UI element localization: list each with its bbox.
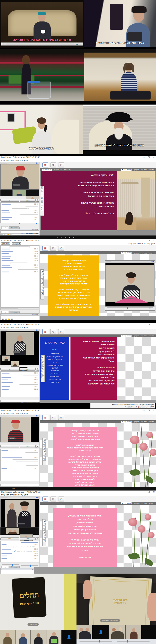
window3-menubar[interactable]: קובץ עריכה הצג כלים חלון עזרה xyxy=(0,326,156,329)
laser-tool-icon[interactable]: ✸ xyxy=(41,189,43,192)
tab-room[interactable]: חדר xyxy=(1,566,8,568)
page-icon[interactable]: ▢ xyxy=(5,234,7,235)
video-button-w4[interactable]: וידאו xyxy=(20,445,36,448)
chat-panel-w5[interactable]: 11:54 - ( devori sudakevitz #2 (1:54) הצ… xyxy=(1,541,39,562)
panel-tabs-w2[interactable]: חדר 👤מנחים xyxy=(1,310,39,314)
pen-tool-icon[interactable]: ✎ xyxy=(41,192,43,194)
chat-panel-w2[interactable]: - ( ) 11:48 11:48 11:49 11:49 11:49 11:4… xyxy=(1,245,39,308)
maximize-icon[interactable]: ❐ xyxy=(148,240,149,242)
line-tool-icon[interactable]: ╱ xyxy=(41,203,43,206)
taskbar-app-icon[interactable] xyxy=(73,237,74,238)
whiteboard-toolbar-w2[interactable]: דף חדש נקה דף מחק דף התאם דף▾ xyxy=(40,251,156,254)
filmstrip-right[interactable]: 👤 xyxy=(76,625,156,639)
video-button-w3[interactable]: וידאו xyxy=(20,368,36,370)
tool-palette-w5[interactable]: ▣✸✎A▩▭╱♟ xyxy=(42,519,46,546)
window2-titlebar[interactable]: Blackboard Collaborate - RALLY: CLASS 2 … xyxy=(0,239,156,242)
whiteboard-tab-icon[interactable]: ▦ xyxy=(42,162,48,168)
window4-menubar[interactable]: קובץ עריכה הצג כלים חלון עזרה xyxy=(0,412,156,414)
talk-button-w1[interactable]: דבר xyxy=(1,199,19,202)
teacher-row-w1[interactable]: המורה רחלי בלוי מנחה xyxy=(1,230,39,234)
tab-moderators[interactable]: 👤מנחים xyxy=(9,311,20,314)
shape-tool-icon[interactable]: ▭ xyxy=(41,200,43,203)
stamp-tool-icon[interactable]: ♟ xyxy=(41,206,43,208)
chat-panel-w4[interactable]: 11:53 11:53 11:53 xyxy=(1,449,39,481)
tool-palette-w2[interactable]: ▣✸✎A▩▭╱♟⚑ xyxy=(40,270,44,300)
taskbar-strip[interactable] xyxy=(0,236,156,239)
taskbar-app-icon[interactable] xyxy=(65,237,66,238)
chat-scrollbar-w2[interactable] xyxy=(1,308,39,310)
whiteboard-toolbar-w1[interactable]: דף חדש נקה דף מחק דף התאם דף▾ ▾Slide 29 … xyxy=(40,168,156,171)
tool-palette-w1[interactable]: ▣ ✸ ✎ A ▩ ▭ ╱ ♟ ⚑ xyxy=(40,186,44,216)
close-icon[interactable]: ✕ xyxy=(153,156,155,158)
fit-page-dropdown[interactable]: התאם דף▾ xyxy=(121,168,132,171)
video-player-bar[interactable]: ⏸ 🔈 ⛶ xyxy=(1,42,83,46)
app-share-tab-icon[interactable]: ⧉ xyxy=(50,162,56,168)
timer-tab-icon[interactable]: ◷ xyxy=(58,162,64,168)
video-slider[interactable] xyxy=(107,308,153,308)
tool-palette-w3[interactable]: ▣✸✎A▩▭╱♟ xyxy=(41,355,45,382)
camera-options-button[interactable]: ⚲ xyxy=(36,368,39,370)
delete-page-button[interactable]: מחק דף xyxy=(134,169,139,171)
taskbar-app-icon[interactable] xyxy=(69,237,70,238)
follow-checkbox[interactable]: ☑ xyxy=(60,169,62,171)
whiteboard-toolbar-w4[interactable]: דף חדשנקה דףמחק דף התאם דף▾ xyxy=(40,420,156,423)
zoom-icon[interactable]: ⊕ xyxy=(2,234,4,235)
window4-titlebar[interactable]: Blackboard Collaborate - RALLY: CLASS 2 … xyxy=(0,409,156,412)
new-page-button[interactable]: דף חדש xyxy=(148,169,154,171)
check-icon[interactable]: ✔ xyxy=(11,234,13,235)
window5-menubar[interactable]: קובץ עריכה הצג כלים חלון עזרה xyxy=(0,494,156,496)
select-tool-icon[interactable]: ▣ xyxy=(41,186,43,189)
text-tool-icon[interactable]: A xyxy=(41,195,43,197)
talk-button-w5[interactable]: דבר xyxy=(1,537,19,540)
whiteboard-toolbar-w3[interactable]: דף חדשנקה דףמחק דף התאם דף▾ xyxy=(40,334,156,337)
teacher-row-w3[interactable]: המורה רחלי בלוי מנחה xyxy=(1,400,39,402)
tab-room[interactable]: חדר xyxy=(1,226,8,228)
bottom-slider-strip[interactable] xyxy=(76,639,156,644)
chat-panel-w1[interactable]: 11:43 - ( ) 11:43 11:43 11:43 11:43 xyxy=(1,202,39,223)
pencil-icon[interactable] xyxy=(36,162,37,164)
minimize-icon[interactable]: – xyxy=(143,156,145,158)
fill-tool-icon[interactable]: ▩ xyxy=(41,198,43,200)
camera-options-button[interactable]: ⚲ xyxy=(36,199,39,202)
play-icon[interactable]: ⏸ xyxy=(3,43,4,45)
talk-button-w3[interactable]: דבר xyxy=(1,368,19,370)
camera-options-button[interactable]: ⚲ xyxy=(36,537,39,540)
teacher-row-w5[interactable]: המורה רחלי בלוימנחה xyxy=(1,570,39,573)
video-slider-w5a[interactable] xyxy=(2,564,19,565)
menu-items[interactable]: קובץ עריכה הצג כלים חלון עזרה xyxy=(1,159,28,162)
video-button-w5[interactable]: וידאו xyxy=(20,537,36,540)
chat-panel-w3[interactable]: 11:50 11:51 11:51 11:51 11:52 11:52 xyxy=(1,371,39,397)
hand-icon[interactable]: ✋ xyxy=(8,234,10,235)
slide-dropdown[interactable]: ▾Slide 29 xyxy=(42,168,52,171)
filmstrip-left[interactable]: 👤 xyxy=(0,630,76,644)
window1-menubar[interactable]: קובץ עריכה הצג כלים חלון עזרה xyxy=(0,159,156,162)
window3-titlebar[interactable]: Blackboard Collaborate - RALLY: CLASS 2 … xyxy=(0,323,156,326)
maximize-icon[interactable]: ❐ xyxy=(148,156,149,158)
clear-page-button[interactable]: נקה דף xyxy=(141,169,147,171)
window5-titlebar[interactable]: Blackboard Collaborate - RALLY: CLASS 2 … xyxy=(0,490,156,494)
tab-moderators[interactable]: 👤מנחים xyxy=(9,226,20,228)
floating-video-window-w2[interactable]: — — — — xyxy=(105,260,155,310)
close-icon[interactable]: ✕ xyxy=(153,240,155,242)
fullscreen-icon[interactable]: ⛶ xyxy=(80,43,81,45)
talk-button-w4[interactable]: דבר xyxy=(1,445,19,448)
volume-icon[interactable]: 🔈 xyxy=(76,43,78,45)
taskbar-app-icon[interactable] xyxy=(61,237,62,238)
minimize-icon[interactable]: – xyxy=(143,240,145,242)
mic-icon[interactable] xyxy=(37,162,39,164)
camera-options-button[interactable]: ⚲ xyxy=(36,445,39,448)
window2-menubar[interactable]: קובץ עריכה הצג כלים חלון עזרה הקלטה טען … xyxy=(0,242,156,245)
video-module-header[interactable] xyxy=(0,162,39,164)
teacher-row-w4[interactable]: המורה רחלי בלוי מנחה xyxy=(1,484,39,487)
tool-palette-w4[interactable]: ▣✸✎A▩▭╱♟ xyxy=(42,438,46,465)
panel-tabs-w5[interactable]: חדר 👤מנחים xyxy=(1,566,39,568)
taskbar-app-icon[interactable] xyxy=(57,237,58,238)
window1-titlebar[interactable]: Blackboard Collaborate - RALLY: CLASS 2 … xyxy=(0,156,156,159)
whiteboard-toolbar-w5[interactable]: דף חדשנקה דףמחק דף התאם דף▾ xyxy=(40,502,156,505)
video-button-w1[interactable]: וידאו xyxy=(20,199,36,202)
panel-tabs-w1[interactable]: חדר 👤מנחים xyxy=(1,226,39,228)
tab-moderators[interactable]: 👤מנחים xyxy=(9,566,20,568)
teacher-row-w2[interactable]: המורה רחלי בלוי מנחה xyxy=(1,315,39,318)
tab-room[interactable]: חדר xyxy=(1,311,8,314)
clipart-tool-icon[interactable]: ⚑ xyxy=(41,209,43,211)
